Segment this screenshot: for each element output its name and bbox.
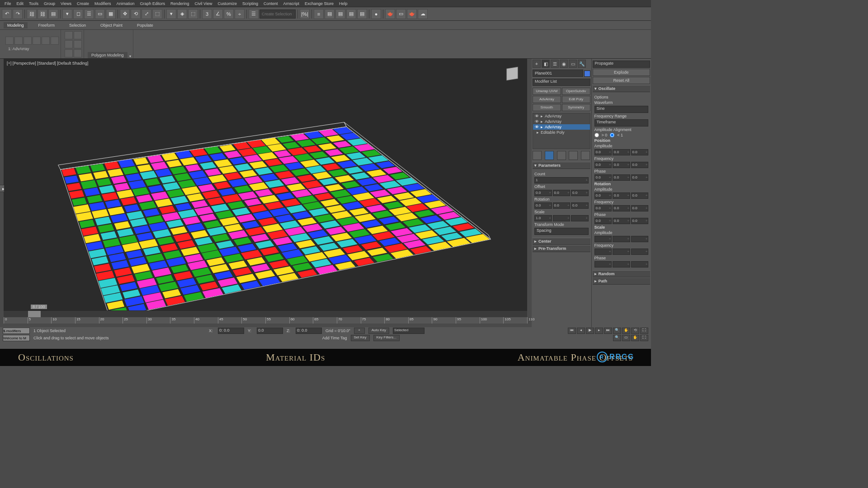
ribbon-selection[interactable]: Selection bbox=[66, 22, 90, 28]
sub-border-icon[interactable] bbox=[33, 37, 41, 45]
rot-phase-y-spinner[interactable]: 0.0 bbox=[613, 218, 630, 224]
rotation-z-spinner[interactable]: 0.0 bbox=[571, 202, 589, 209]
scale-y-spinner[interactable] bbox=[553, 215, 571, 221]
move-icon[interactable]: ✥ bbox=[120, 9, 130, 19]
rotate-icon[interactable]: ⟲ bbox=[131, 9, 141, 19]
window-crossing-icon[interactable]: ▦ bbox=[106, 9, 116, 19]
explode-button[interactable]: Explode bbox=[593, 69, 651, 76]
collapse-icon[interactable] bbox=[5, 37, 14, 45]
scl-amp-z-spinner[interactable] bbox=[631, 236, 649, 242]
display-tab-icon[interactable]: ▭ bbox=[569, 60, 577, 68]
percent-snap-icon[interactable]: % bbox=[224, 9, 234, 19]
pos-phase-z-spinner[interactable]: 0.0 bbox=[631, 174, 649, 181]
ribbon-opt2-icon[interactable] bbox=[74, 31, 82, 39]
align-icon[interactable]: ≡ bbox=[314, 9, 324, 19]
scale-icon[interactable]: ⤢ bbox=[142, 9, 151, 19]
time-slider[interactable]: 8 / 100 bbox=[4, 311, 527, 317]
prev-frame-icon[interactable]: ◂ bbox=[577, 328, 585, 334]
offset-x-spinner[interactable]: 0.0 bbox=[534, 190, 552, 196]
menu-animation[interactable]: Animation bbox=[113, 1, 137, 6]
reset-all-button[interactable]: Reset All bbox=[593, 77, 651, 84]
rot-phase-x-spinner[interactable]: 0.0 bbox=[594, 218, 612, 224]
nav-zoom-icon[interactable]: 🔍 bbox=[613, 328, 621, 334]
pos-freq-x-spinner[interactable]: 0.0 bbox=[594, 162, 612, 168]
edit-sel-icon[interactable]: ☰ bbox=[249, 9, 259, 19]
create-tab-icon[interactable]: + bbox=[533, 60, 541, 68]
modifier-stack[interactable]: 👁▸AdvArray 👁▸AdvArray 👁▸AdvArray ▸Editab… bbox=[533, 113, 590, 149]
utilities-tab-icon[interactable]: 🔧 bbox=[578, 60, 586, 68]
add-keyframe-button[interactable]: + bbox=[354, 328, 365, 334]
menu-rendering[interactable]: Rendering bbox=[168, 1, 192, 6]
scl-freq-z-spinner[interactable] bbox=[631, 249, 649, 255]
undo-icon[interactable]: ↶ bbox=[2, 9, 12, 19]
scale-x-spinner[interactable]: 1.0 bbox=[534, 215, 552, 221]
rotation-y-spinner[interactable]: 0.0 bbox=[553, 202, 571, 209]
mod-unwrap-button[interactable]: Unwrap UVW bbox=[533, 88, 561, 95]
rot-phase-z-spinner[interactable]: 0.0 bbox=[631, 218, 649, 224]
center-rollout[interactable]: ▸Center bbox=[533, 238, 590, 245]
angle-snap-icon[interactable]: ∠ bbox=[213, 9, 223, 19]
time-ruler[interactable]: 0510152025303540455055606570758085909510… bbox=[4, 317, 527, 324]
keymode-dropdown[interactable]: Selected bbox=[393, 328, 425, 334]
menu-file[interactable]: File bbox=[2, 1, 14, 6]
nav-max-icon[interactable]: ⛶ bbox=[640, 328, 648, 334]
polygon-modeling-label[interactable]: Polygon Modeling bbox=[88, 52, 127, 58]
scale-z-spinner[interactable] bbox=[571, 215, 589, 221]
modifier-list-dropdown[interactable]: Modifier List bbox=[533, 79, 590, 86]
menu-arnscript[interactable]: Arnscript bbox=[280, 1, 302, 6]
scl-amp-y-spinner[interactable] bbox=[613, 236, 630, 242]
menu-help[interactable]: Help bbox=[336, 1, 350, 6]
manip-icon[interactable]: ⬚ bbox=[188, 9, 198, 19]
render-icon[interactable]: 🫖 bbox=[407, 9, 417, 19]
modify-tab-icon[interactable]: ◧ bbox=[542, 60, 550, 68]
offset-z-spinner[interactable]: 0.0 bbox=[571, 190, 589, 196]
schematic-icon[interactable]: ▤ bbox=[357, 9, 367, 19]
pos-freq-z-spinner[interactable]: 0.0 bbox=[631, 162, 649, 168]
pos-amp-x-spinner[interactable]: 0.0 bbox=[594, 149, 612, 155]
sub-edge-icon[interactable] bbox=[24, 37, 32, 45]
x-coord-input[interactable]: 0: 0.0 bbox=[218, 328, 244, 334]
perspective-viewport[interactable]: [+] [Perspective] [Standard] [Default Sh… bbox=[4, 59, 527, 310]
scl-amp-x-spinner[interactable] bbox=[594, 236, 612, 242]
menu-grapheditors[interactable]: Graph Editors bbox=[137, 1, 168, 6]
sub-poly-icon[interactable] bbox=[42, 37, 50, 45]
mirror-icon[interactable]: |%| bbox=[300, 9, 310, 19]
spinner-snap-icon[interactable]: ÷ bbox=[235, 9, 245, 19]
show-end-result-icon[interactable] bbox=[545, 151, 554, 160]
mod-opensubdiv-button[interactable]: OpenSubdiv bbox=[562, 88, 590, 95]
ribbon-opt6-icon[interactable] bbox=[74, 49, 82, 57]
add-time-tag[interactable]: Add Time Tag bbox=[322, 336, 347, 340]
next-frame-icon[interactable]: ▸ bbox=[595, 328, 603, 334]
mod-editpoly-button[interactable]: Edit Poly bbox=[562, 96, 590, 103]
ribbon-modeling[interactable]: Modeling bbox=[4, 22, 28, 28]
menu-tools[interactable]: Tools bbox=[26, 1, 41, 6]
redo-icon[interactable]: ↷ bbox=[13, 9, 23, 19]
sub-vertex-icon[interactable] bbox=[14, 37, 23, 45]
rot-freq-x-spinner[interactable]: 0.0 bbox=[594, 205, 612, 211]
z-coord-input[interactable]: 0: 0.0 bbox=[296, 328, 322, 334]
rotation-x-spinner[interactable]: 0.0 bbox=[534, 202, 552, 209]
nav-field-icon[interactable]: ▭ bbox=[622, 335, 630, 341]
ribbon-opt3-icon[interactable] bbox=[65, 40, 73, 48]
time-slider-head[interactable] bbox=[28, 311, 41, 317]
selection-set-input[interactable] bbox=[259, 9, 296, 19]
offset-y-spinner[interactable]: 0.0 bbox=[553, 190, 571, 196]
pretransform-rollout[interactable]: ▸Pre-Transform bbox=[533, 245, 590, 252]
ribbon-opt1-icon[interactable] bbox=[65, 31, 73, 39]
ribbon-populate[interactable]: Populate bbox=[133, 22, 157, 28]
pivot-icon[interactable]: ◈ bbox=[177, 9, 187, 19]
mod-advarray-button[interactable]: AdvArray bbox=[533, 96, 561, 103]
pos-amp-z-spinner[interactable]: 0.0 bbox=[631, 149, 649, 155]
scl-freq-y-spinner[interactable] bbox=[613, 249, 630, 255]
make-unique-icon[interactable] bbox=[557, 151, 566, 160]
sub-element-icon[interactable] bbox=[51, 37, 59, 45]
placement-icon[interactable]: ⬚ bbox=[152, 9, 162, 19]
curve-editor-icon[interactable]: ▤ bbox=[346, 9, 356, 19]
pos-phase-x-spinner[interactable]: 0.0 bbox=[594, 174, 612, 181]
rot-freq-z-spinner[interactable]: 0.0 bbox=[631, 205, 649, 211]
count-spinner[interactable]: 1 bbox=[534, 177, 589, 183]
motion-tab-icon[interactable]: ◉ bbox=[560, 60, 568, 68]
configure-sets-icon[interactable] bbox=[581, 151, 590, 160]
scl-phase-x-spinner[interactable] bbox=[594, 261, 612, 267]
menu-scripting[interactable]: Scripting bbox=[240, 1, 261, 6]
